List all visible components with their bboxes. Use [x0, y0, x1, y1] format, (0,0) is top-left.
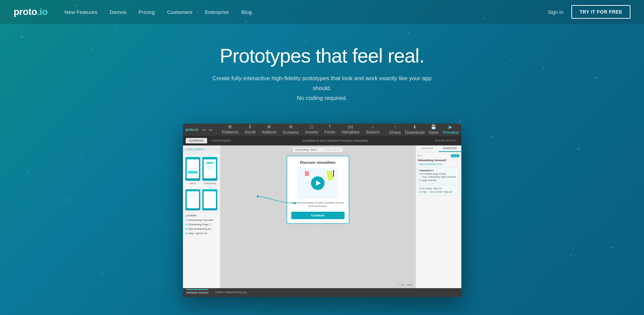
play-button[interactable] — [311, 176, 325, 190]
inspector-badge: $ (3) — [451, 154, 459, 157]
inspector-badge-row: ⊞ ≡ $ (3) — [418, 154, 459, 157]
canvas-state-label: Onboarding: State 1 CTRL+ALT+1 — [293, 147, 343, 152]
layer-dot — [186, 224, 187, 225]
rpanel-tab-libraries[interactable]: LIBRARIES — [416, 145, 439, 152]
phone-title: Discover smoothies — [291, 160, 345, 164]
canvas-toolbar-align: ⊞ ⊟ ⊠ ⊡ ⊞ ⊟ ⊟ ⊡ — [436, 139, 457, 142]
smoothie-decor2 — [305, 171, 309, 176]
layer-dot — [186, 219, 187, 221]
nav-link-customers[interactable]: Customers — [167, 9, 192, 15]
layer-dot — [186, 228, 187, 230]
app-window: proto.io ↩ ↪ ⊞ Patterns ⇕ Scroll ⊕ Addon… — [183, 124, 461, 297]
smoothie-decor1 — [327, 170, 334, 180]
try-free-button[interactable]: TRY IT FOR FREE — [571, 5, 630, 19]
left-panel: + NEW SCREEN ⋯ Home — [183, 145, 220, 288]
phone-image-area — [297, 168, 338, 198]
nav-right: Sign in TRY IT FOR FREE — [548, 5, 630, 19]
redo-button[interactable]: ↪ — [208, 127, 213, 133]
right-panel: LIBRARIES INSPECTOR ⊞ ≡ $ (3) Onboarding… — [416, 145, 461, 288]
layer-dot — [186, 232, 187, 234]
breadcrumb: Smoothies to Door (Sample Prototype) Onb… — [235, 139, 435, 142]
undo-button[interactable]: ↩ — [202, 127, 206, 133]
toolbar-addons[interactable]: ⊕ Addons — [261, 124, 276, 135]
interaction-1-row1: On Container page change — [420, 172, 458, 176]
play-icon — [316, 180, 321, 186]
interaction-2-row2: On Tap → Go to screen "Sign Up" — [420, 190, 458, 194]
logo[interactable]: proto.io — [14, 6, 48, 17]
screen-thumb-onboarding-label: Onboarding — [202, 182, 217, 185]
toolbar-search[interactable]: ⌕ Search — [366, 124, 380, 135]
toolbar-variables[interactable]: {x} Variables — [342, 124, 360, 135]
toolbar-patterns[interactable]: ⊞ Patterns — [222, 124, 238, 135]
screen-thumb-4[interactable] — [202, 188, 217, 212]
inspector-title: Onboarding Carousel! — [418, 159, 459, 162]
layer-item-1[interactable]: Onboarding Page C... — [183, 222, 220, 227]
nav-link-new-features[interactable]: New Features — [65, 9, 97, 15]
screen-thumb-onboarding[interactable]: Onboarding — [202, 156, 217, 185]
new-screen-btn[interactable]: + NEW SCREEN — [185, 148, 204, 151]
app-toolbar: proto.io ↩ ↪ ⊞ Patterns ⇕ Scroll ⊕ Addon… — [183, 124, 461, 136]
toolbar-center: ⊞ Patterns ⇕ Scroll ⊕ Addons ⧉ Screens ◻ — [215, 124, 387, 135]
inspector-content: ⊞ ≡ $ (3) Onboarding Carousel! + NEW INT… — [416, 152, 461, 199]
rpanel-tab-inspector[interactable]: INSPECTOR — [439, 145, 461, 152]
sign-in-link[interactable]: Sign in — [548, 9, 563, 15]
toolbar-share[interactable]: ↑ Share — [389, 124, 401, 135]
app-logo: proto.io — [186, 128, 198, 132]
hero-title: Prototypes that feel real. — [7, 44, 637, 67]
interaction-2: Go to screen "Sign Up" On Tap → Go to sc… — [418, 185, 459, 195]
screen-thumb-3[interactable] — [185, 188, 200, 212]
layer-item-0[interactable]: Onboarding Carousel! — [183, 218, 220, 222]
interaction-1-row2: → Sync "Onboarding Page Controller 0" pa… — [420, 175, 458, 182]
app-mockup: proto.io ↩ ↪ ⊞ Patterns ⇕ Scroll ⊕ Addon… — [0, 117, 644, 297]
layers-panel: LAYERS Onboarding Carousel! Onboarding P… — [183, 212, 220, 237]
nav-link-blog[interactable]: Blog — [241, 9, 252, 15]
smoothie-straw — [333, 170, 334, 177]
nav-link-demos[interactable]: Demos — [110, 9, 126, 15]
canvas-area: Onboarding: State 1 CTRL+ALT+1 Discover … — [220, 145, 416, 288]
toolbar-download[interactable]: ⬇ Download — [405, 124, 425, 135]
interaction-1-title: Interaction 1 — [420, 169, 458, 172]
toolbar-assets[interactable]: ◻ Assets — [305, 124, 318, 135]
new-interaction-button[interactable]: + NEW INTERACTION — [418, 163, 459, 165]
toolbar-scroll[interactable]: ⇕ Scroll — [244, 124, 256, 135]
right-panel-tabs: LIBRARIES INSPECTOR — [416, 145, 461, 152]
app-main-area: + NEW SCREEN ⋯ Home — [183, 145, 461, 288]
layer-item-3[interactable]: Help - Ignore me — [183, 231, 220, 235]
phone-continue-button[interactable]: Continue — [291, 212, 345, 219]
hero-subtitle: Create fully-interactive high-fidelity p… — [203, 74, 441, 103]
bottom-tab-state-transitions[interactable]: STATE TRANSITIONS (0) — [215, 290, 246, 295]
navbar: proto.io New Features Demos Pricing Cust… — [0, 0, 644, 24]
nav-link-pricing[interactable]: Pricing — [139, 9, 155, 15]
app-bottom-bar: SCREEN STATES STATE TRANSITIONS (0) — [183, 288, 461, 297]
layer-item-2[interactable]: Skip Onboarding bu... — [183, 227, 220, 231]
tab-screens[interactable]: SCREENS — [186, 138, 207, 143]
app-tab-bar: SCREENS CONTAINERS Smoothies to Door (Sa… — [183, 136, 461, 145]
phone-desc: Discover thousands of tasty smoothies fo… — [291, 201, 345, 208]
toolbar-screens[interactable]: ⧉ Screens — [283, 124, 299, 135]
toolbar-save[interactable]: 💾 Save — [429, 124, 439, 135]
bottom-tab-screen-states[interactable]: SCREEN STATES — [186, 289, 209, 296]
nav-link-enterprise[interactable]: Enterprise — [205, 9, 229, 15]
toolbar-right: ↑ Share ⬇ Download 💾 Save ▶ Preview — [389, 124, 458, 135]
phone-mockup: Discover smoothies Discover thousands of… — [287, 156, 349, 224]
screen-thumbs-row: Home Onboarding — [183, 154, 220, 185]
interaction-2-row1: Go to screen "Sign Up" — [420, 187, 458, 190]
left-panel-menu[interactable]: ⋯ — [215, 148, 218, 151]
phone-inner: Discover smoothies Discover thousands of… — [287, 156, 349, 223]
toolbar-fonts[interactable]: T Fonts — [324, 124, 335, 135]
layers-label: LAYERS — [183, 213, 220, 218]
screen-thumb-home-label: Home — [185, 182, 200, 185]
left-panel-toolbar: + NEW SCREEN ⋯ — [183, 145, 220, 154]
canvas-zoom: 1:1% 100% — [399, 284, 413, 286]
tab-containers[interactable]: CONTAINERS — [208, 138, 234, 143]
interaction-1: Interaction 1 On Container page change →… — [418, 168, 459, 184]
screen-thumbs-row2 — [183, 186, 220, 212]
nav-links: New Features Demos Pricing Customers Ent… — [65, 9, 548, 15]
screen-thumb-home[interactable]: Home — [185, 156, 200, 185]
hero-section: Prototypes that feel real. Create fully-… — [0, 24, 644, 117]
toolbar-preview[interactable]: ▶ Preview — [443, 124, 458, 135]
